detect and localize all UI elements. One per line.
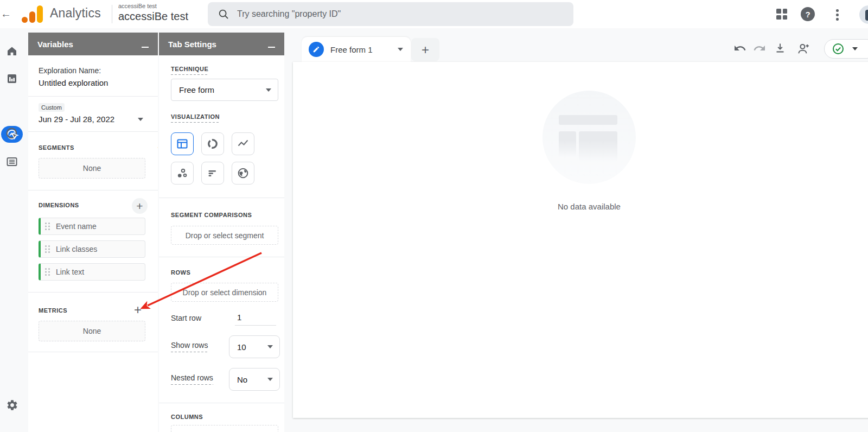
exploration-name-label: Exploration Name: bbox=[39, 66, 101, 75]
show-rows-value: 10 bbox=[237, 342, 246, 352]
home-icon[interactable] bbox=[5, 45, 18, 58]
show-rows-select[interactable]: 10 bbox=[229, 335, 280, 358]
viz-line-button[interactable] bbox=[232, 132, 254, 155]
share-users-icon[interactable] bbox=[796, 42, 810, 56]
saved-status-button[interactable] bbox=[824, 39, 868, 59]
left-nav-rail bbox=[0, 28, 26, 432]
dimension-chip-label: Link text bbox=[56, 268, 84, 276]
show-rows-label: Show rows bbox=[171, 341, 208, 352]
rows-drop-zone[interactable]: Drop or select dimension bbox=[171, 283, 278, 302]
chevron-down-icon bbox=[852, 47, 858, 50]
back-arrow-icon[interactable]: ← bbox=[1, 8, 11, 20]
advertising-icon[interactable] bbox=[5, 126, 20, 141]
divider bbox=[28, 292, 158, 293]
variables-panel: Variables Exploration Name: Untitled exp… bbox=[28, 33, 158, 432]
tab-settings-title: Tab Settings bbox=[168, 40, 216, 49]
divider bbox=[159, 403, 284, 403]
logo-bar-mid bbox=[29, 11, 35, 23]
viz-scatter-button[interactable] bbox=[171, 162, 194, 185]
metrics-label: METRICS bbox=[39, 307, 67, 314]
bar-chart-icon bbox=[206, 167, 219, 180]
minimize-icon[interactable] bbox=[142, 47, 149, 48]
dimension-chip[interactable]: Link text bbox=[39, 263, 145, 281]
logo-dot bbox=[22, 17, 28, 23]
settings-gear-icon[interactable] bbox=[6, 399, 18, 411]
metrics-drop-zone[interactable]: None bbox=[39, 321, 145, 341]
technique-label: TECHNIQUE bbox=[171, 66, 208, 75]
apps-grid-icon[interactable] bbox=[776, 9, 787, 20]
dimension-chip[interactable]: Link classes bbox=[39, 240, 145, 258]
add-dimension-button[interactable]: + bbox=[132, 198, 148, 214]
search-input[interactable] bbox=[237, 2, 573, 26]
segment-comparisons-drop-zone[interactable]: Drop or select segment bbox=[171, 226, 278, 245]
minimize-icon[interactable] bbox=[268, 47, 275, 48]
dimension-chip-label: Link classes bbox=[56, 245, 97, 253]
empty-state-table-header bbox=[559, 115, 617, 125]
help-icon[interactable]: ? bbox=[801, 7, 815, 21]
no-data-message: No data available bbox=[535, 202, 643, 211]
viz-bar-button[interactable] bbox=[201, 162, 224, 185]
account-property-switcher[interactable]: accessiBe test accessiBe test bbox=[118, 3, 188, 23]
tab-free-form-1[interactable]: Free form 1 bbox=[302, 37, 411, 62]
drag-handle-icon[interactable] bbox=[45, 223, 50, 230]
nested-rows-value: No bbox=[237, 375, 247, 384]
viz-donut-button[interactable] bbox=[201, 132, 224, 155]
segments-drop-zone[interactable]: None bbox=[39, 158, 145, 179]
plus-glyph: + bbox=[136, 200, 143, 213]
visualization-label: VISUALIZATION bbox=[171, 113, 220, 123]
technique-value: Free form bbox=[179, 85, 214, 94]
drag-handle-icon[interactable] bbox=[45, 268, 50, 276]
nested-rows-select[interactable]: No bbox=[229, 368, 280, 391]
segment-comparisons-label: SEGMENT COMPARISONS bbox=[171, 212, 252, 218]
segments-empty-text: None bbox=[83, 164, 101, 173]
account-name: accessiBe test bbox=[118, 3, 188, 9]
library-icon[interactable] bbox=[5, 155, 18, 168]
top-app-bar: ← Analytics accessiBe test accessiBe tes… bbox=[0, 0, 868, 28]
tab-menu-caret[interactable] bbox=[398, 48, 403, 51]
divider bbox=[28, 131, 158, 132]
start-row-input[interactable]: 1 bbox=[235, 310, 276, 326]
segments-label: SEGMENTS bbox=[39, 144, 74, 151]
tab-label: Free form 1 bbox=[330, 45, 373, 54]
date-range-type-badge: Custom bbox=[39, 103, 65, 112]
avatar[interactable] bbox=[859, 5, 868, 24]
tab-settings-panel: Tab Settings TECHNIQUE Free form VISUALI… bbox=[159, 33, 284, 432]
chevron-down-icon bbox=[267, 378, 273, 381]
variables-panel-header: Variables bbox=[28, 33, 158, 55]
search-bar[interactable] bbox=[208, 2, 573, 26]
nested-rows-label: Nested rows bbox=[171, 373, 213, 385]
help-glyph: ? bbox=[805, 10, 810, 19]
line-chart-icon bbox=[237, 137, 250, 150]
scatter-chart-icon bbox=[176, 167, 189, 180]
donut-chart-icon bbox=[206, 137, 219, 150]
pencil-icon bbox=[309, 42, 324, 57]
visualization-canvas: No data available bbox=[293, 62, 868, 418]
add-tab-button[interactable]: + bbox=[411, 38, 439, 61]
add-metric-button[interactable]: + bbox=[134, 303, 142, 316]
reports-icon[interactable] bbox=[5, 72, 18, 85]
viz-table-button[interactable] bbox=[171, 132, 194, 155]
search-icon bbox=[218, 8, 229, 20]
plus-glyph: + bbox=[422, 42, 429, 58]
undo-icon[interactable] bbox=[733, 42, 746, 55]
table-chart-icon bbox=[176, 137, 189, 150]
geo-map-icon bbox=[237, 167, 250, 180]
dimension-chip[interactable]: Event name bbox=[39, 218, 145, 235]
exploration-name-value[interactable]: Untitled exploration bbox=[39, 78, 108, 87]
technique-select[interactable]: Free form bbox=[171, 79, 278, 101]
drag-handle-icon[interactable] bbox=[45, 245, 50, 253]
kebab-menu-icon[interactable] bbox=[835, 8, 840, 22]
analytics-explorations-app: ← Analytics accessiBe test accessiBe tes… bbox=[0, 0, 868, 432]
google-analytics-logo[interactable] bbox=[22, 5, 43, 23]
viz-geo-button[interactable] bbox=[232, 162, 254, 185]
rows-label: ROWS bbox=[171, 269, 190, 276]
add-segment-button[interactable]: + bbox=[157, 142, 158, 154]
redo-icon[interactable] bbox=[753, 42, 766, 55]
columns-drop-zone[interactable] bbox=[171, 425, 278, 432]
date-range-selector[interactable]: Jun 29 - Jul 28, 2022 bbox=[39, 115, 114, 124]
columns-label: COLUMNS bbox=[171, 414, 203, 420]
divider bbox=[28, 190, 158, 190]
chevron-down-icon bbox=[267, 345, 273, 348]
property-name: accessiBe test bbox=[118, 10, 188, 23]
download-icon[interactable] bbox=[774, 42, 787, 55]
